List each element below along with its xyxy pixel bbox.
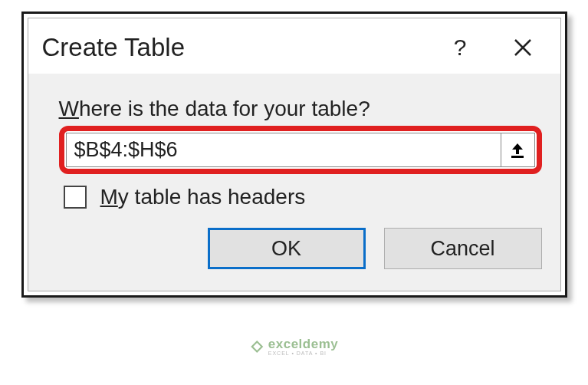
collapse-icon [510, 142, 525, 159]
prompt-accelerator: W [59, 97, 79, 120]
prompt-label: Where is the data for your table? [59, 97, 542, 121]
titlebar: Create Table ? [28, 18, 560, 74]
checkbox-label-rest: y table has headers [118, 185, 305, 209]
watermark: exceldemy EXCEL • DATA • BI [250, 337, 338, 356]
titlebar-buttons: ? [454, 35, 547, 61]
close-icon[interactable] [513, 38, 533, 58]
create-table-dialog: Create Table ? Where is the data for you… [28, 18, 561, 291]
dialog-content: Where is the data for your table? My tab… [28, 74, 560, 291]
headers-checkbox-label[interactable]: My table has headers [100, 185, 306, 209]
range-input[interactable] [66, 133, 501, 167]
prompt-text-rest: here is the data for your table? [79, 97, 370, 120]
collapse-dialog-button[interactable] [501, 133, 535, 167]
button-row: OK Cancel [59, 228, 542, 269]
watermark-brand: exceldemy [268, 337, 338, 352]
svg-rect-4 [511, 156, 524, 158]
headers-checkbox-row: My table has headers [64, 185, 542, 209]
svg-marker-2 [512, 143, 523, 150]
watermark-text: exceldemy EXCEL • DATA • BI [268, 337, 338, 356]
help-icon[interactable]: ? [454, 35, 467, 61]
svg-rect-3 [516, 149, 519, 154]
range-input-highlight [59, 126, 542, 174]
watermark-logo-icon [250, 340, 264, 354]
dialog-title: Create Table [42, 33, 454, 62]
cancel-button[interactable]: Cancel [384, 228, 542, 269]
outer-frame: Create Table ? Where is the data for you… [21, 12, 567, 298]
headers-checkbox[interactable] [64, 186, 87, 209]
checkbox-accelerator: M [100, 185, 118, 209]
ok-button[interactable]: OK [208, 228, 366, 269]
